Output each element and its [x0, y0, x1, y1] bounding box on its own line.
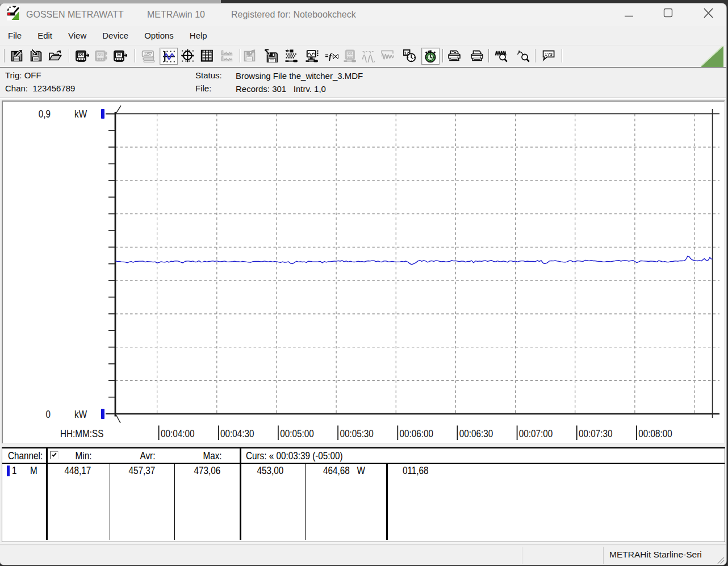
device-memory-button[interactable]: M [112, 48, 129, 64]
channel-config-button[interactable] [283, 48, 300, 64]
device-memory-icon: M [114, 49, 127, 62]
menu-item-file[interactable]: File [0, 27, 30, 45]
chan-value: 123456789 [32, 83, 75, 93]
menu-item-view[interactable]: View [60, 27, 94, 45]
device-read-button[interactable]: 321 [74, 48, 91, 64]
view-table-button[interactable] [198, 48, 215, 64]
title-program: METRAwin 10 [147, 3, 205, 26]
title-bar: GOSSEN METRAWATT METRAwin 10 Registered … [0, 3, 726, 26]
svg-text:321: 321 [347, 51, 353, 56]
row-curs2: 464,68 W [311, 465, 378, 477]
svg-text:(x): (x) [332, 53, 338, 59]
device-config-icon: 321 [343, 49, 357, 62]
comment-button[interactable]: 1?3 [540, 48, 557, 64]
x-tick-label: 00:07:00 [519, 428, 553, 440]
power-chart[interactable]: 0,9kW0kWHH:MM:SS00:04:0000:04:3000:05:00… [3, 102, 724, 443]
device-sync-button[interactable]: 321 [93, 48, 110, 64]
zoom-out-icon [517, 49, 530, 62]
toolbar-separator [562, 49, 562, 62]
time-setup-button[interactable]: 12 [401, 48, 418, 64]
open-file-button[interactable] [47, 48, 64, 64]
stats-panel: Channel:Min:Avr:Max:Curs: « 00:03:39 (-0… [2, 447, 725, 542]
monitor-config-icon [305, 49, 319, 62]
maximize-button[interactable] [655, 3, 681, 26]
channel-config-icon [284, 49, 298, 62]
row-max: 473,06 [174, 465, 241, 477]
wave-button[interactable] [360, 48, 377, 64]
device-config-button[interactable]: 321 [341, 48, 358, 64]
close-icon [695, 3, 721, 26]
x-tick-label: 00:07:30 [579, 428, 612, 440]
device-status-text: METRAHit Starline-Seri [609, 544, 702, 565]
svg-text:321: 321 [78, 52, 85, 57]
view-stats-button[interactable] [218, 48, 235, 64]
stats-header: Min: [55, 450, 112, 462]
device-sync-icon: 321 [95, 49, 108, 62]
view-stats-icon [220, 49, 233, 62]
svg-text:1?3: 1?3 [545, 52, 553, 57]
print-icon [470, 49, 484, 62]
close-button[interactable] [695, 3, 721, 26]
x-axis-format-label: HH:MM:SS [60, 428, 103, 440]
monitor-config-button[interactable] [303, 48, 320, 64]
menu-item-options[interactable]: Options [136, 27, 182, 45]
menu-item-help[interactable]: Help [182, 27, 215, 45]
save-export-button[interactable] [9, 48, 26, 64]
wave-icon [362, 49, 375, 62]
zoom-in-button[interactable] [493, 48, 510, 64]
save-import-button[interactable] [28, 48, 45, 64]
print-button[interactable] [468, 48, 486, 64]
view-chart-icon [162, 49, 175, 63]
formula-icon: = f (x) [325, 49, 338, 62]
view-xy-icon [181, 49, 194, 62]
file-label: File: [195, 83, 211, 93]
view-digital-button[interactable]: 1257 [140, 48, 157, 64]
timer-button[interactable] [421, 48, 440, 65]
y-unit-top: kW [74, 108, 87, 120]
zoom-in-icon [495, 49, 508, 62]
row-curs1: 453,00 [237, 465, 304, 477]
y-min-label: 0 [46, 409, 51, 421]
zoom-out-button[interactable] [515, 48, 532, 64]
menu-item-edit[interactable]: Edit [30, 27, 60, 45]
print-chart-button[interactable] [446, 48, 463, 64]
title-company: GOSSEN METRAWATT [26, 3, 124, 26]
y-unit-bottom: kW [74, 409, 87, 421]
minimize-button[interactable] [616, 3, 642, 26]
row-avr: 457,37 [108, 465, 175, 477]
app-logo-icon [7, 6, 20, 20]
header-underline [2, 463, 725, 464]
formula-button[interactable]: = f (x) [323, 48, 340, 64]
app-window: GOSSEN METRAWATT METRAwin 10 Registered … [0, 3, 726, 565]
open-file-icon [48, 49, 62, 62]
x-tick-label: 00:05:30 [340, 428, 373, 440]
damped-wave-button[interactable] [379, 48, 396, 64]
channel-color-marker [7, 466, 10, 476]
resize-grip[interactable] [716, 555, 725, 564]
channel-header: Channel: [8, 450, 43, 462]
row-min: 448,17 [44, 465, 111, 477]
minimize-icon [616, 3, 642, 26]
comment-icon: 1?3 [542, 49, 555, 62]
save-export-icon [10, 49, 24, 62]
menu-item-device[interactable]: Device [94, 27, 136, 45]
status-value: Browsing File the_witcher_3.MDF [236, 71, 363, 81]
title-registered: Registered for: Notebookcheck [231, 3, 356, 26]
x-tick-label: 00:08:00 [638, 428, 672, 440]
x-tick-label: 00:06:00 [400, 428, 433, 440]
view-chart-button[interactable] [160, 48, 178, 65]
view-xy-button[interactable] [179, 48, 196, 64]
svg-text:M: M [117, 52, 121, 57]
trig-label: Trig: OFF [5, 70, 41, 80]
timer-icon [424, 49, 437, 63]
cursor-header: Curs: « 00:03:39 (-05:00) [246, 450, 343, 462]
export-data-button[interactable] [241, 48, 258, 64]
save-import-icon [30, 49, 43, 62]
x-tick-label: 00:05:00 [280, 428, 313, 440]
store-data-button[interactable] [262, 48, 279, 64]
file-value: Records: 301 Intrv. 1,0 [236, 84, 326, 94]
channel-marker-top [101, 109, 104, 119]
svg-text:321: 321 [97, 52, 104, 57]
brand-triangle-icon [701, 46, 723, 67]
damped-wave-icon [380, 49, 394, 62]
